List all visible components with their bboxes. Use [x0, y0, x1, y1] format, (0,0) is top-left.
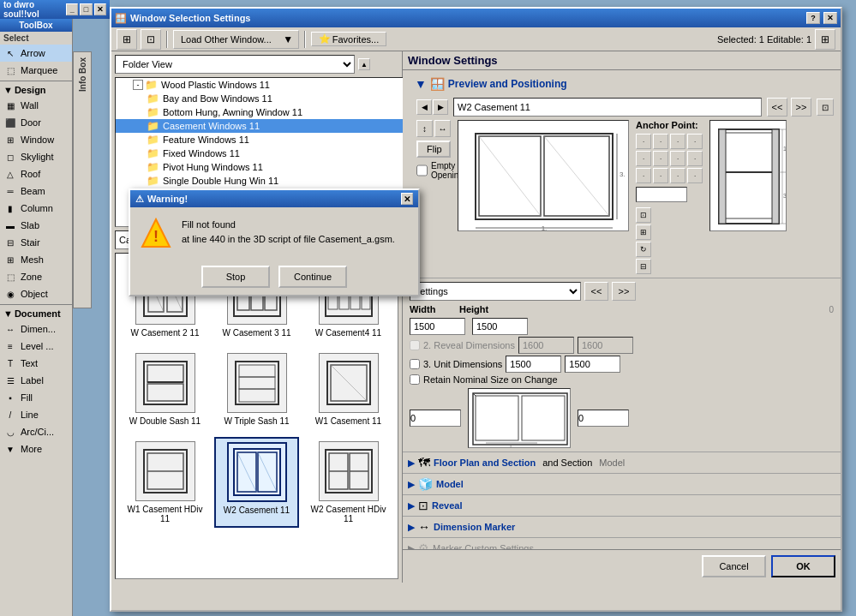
warning-close-btn[interactable]: ✕ — [401, 193, 413, 205]
warning-title: Warning! — [147, 194, 188, 204]
warning-line2: at line 440 in the 3D script of file Cas… — [182, 232, 395, 247]
warning-text: Fill not found at line 440 in the 3D scr… — [182, 218, 395, 246]
warning-buttons: Stop Continue — [130, 259, 418, 295]
stop-btn[interactable]: Stop — [201, 266, 270, 288]
warning-dialog: ⚠ Warning! ✕ ! Fill not found at line 44… — [129, 188, 420, 296]
warning-body: ! Fill not found at line 440 in the 3D s… — [130, 207, 418, 259]
warning-icon-title: ⚠ — [135, 194, 144, 205]
warning-title-bar: ⚠ Warning! ✕ — [130, 190, 418, 207]
svg-text:!: ! — [153, 228, 159, 245]
warning-triangle-icon: ! — [141, 218, 171, 248]
warning-overlay: ⚠ Warning! ✕ ! Fill not found at line 44… — [0, 0, 856, 616]
warning-line1: Fill not found — [182, 218, 395, 232]
continue-btn[interactable]: Continue — [278, 266, 347, 288]
